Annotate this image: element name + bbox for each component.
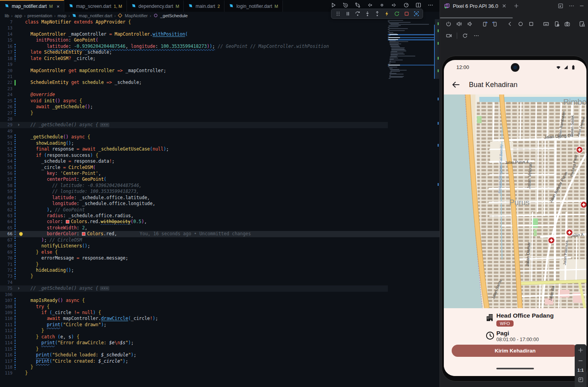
volume-up-icon[interactable] — [456, 20, 462, 27]
camera-icon[interactable] — [564, 20, 570, 27]
color-chip[interactable] — [66, 220, 69, 223]
minimap[interactable] — [388, 20, 434, 79]
step-out-icon[interactable] — [374, 11, 380, 17]
code-line-111[interactable]: 111 print("Circle drawn"); — [0, 322, 440, 328]
code-line-28[interactable]: 28 — [0, 116, 440, 122]
code-line-116[interactable]: 116 print("Schedule loaded: $_schedule")… — [0, 352, 440, 358]
code-line-69[interactable]: 69 } else { — [0, 249, 440, 255]
code-line-22[interactable]: 22 ScheduleEntity get schedule => _sched… — [0, 80, 440, 85]
fold-chevron-icon[interactable]: › — [17, 122, 20, 128]
zoom-reset-button[interactable]: 1:1 — [577, 368, 584, 372]
stop-icon[interactable] — [403, 11, 410, 17]
code-line-57[interactable]: 57 centerPoint: GeoPoint( — [0, 176, 440, 182]
code-line-27[interactable]: 27 } — [0, 110, 440, 116]
code-line-66[interactable]: 66 borderColor: Colors.red,You, 16 secon… — [0, 231, 440, 237]
power-icon[interactable] — [445, 20, 452, 27]
tab-login_notifier.dart[interactable]: login_notifier.dartM — [224, 0, 283, 12]
code-area[interactable]: 7class MapNotifier extends AppProvider {… — [0, 19, 440, 387]
code-line-19[interactable]: 19 — [0, 62, 440, 67]
code-line-60[interactable]: 60 latitude: _schedule.office.latitude, — [0, 195, 440, 201]
code-line-64[interactable]: 64 color: Colors.red.withOpacity(0.5), — [0, 219, 440, 225]
fit-screen-icon[interactable] — [577, 376, 584, 383]
breadcrumb-item-MapNotifier[interactable]: MapNotifier — [125, 13, 148, 18]
code-line-54[interactable]: 54 _schedule = response.data!; — [0, 158, 440, 164]
code-line-52[interactable]: 52 final response = await _scheduleGetUs… — [0, 146, 440, 152]
code-line-23[interactable]: 23 — [0, 86, 440, 92]
snapshot-reset-icon[interactable] — [461, 32, 469, 39]
back-icon[interactable] — [507, 20, 513, 27]
code-line-21[interactable]: 21 — [0, 74, 440, 80]
keyboard-icon[interactable] — [543, 20, 549, 27]
openstreetmap[interactable]: RimboJalan SalakJalan RambutanJalan Deli… — [444, 94, 586, 308]
inspect-icon[interactable] — [413, 11, 420, 17]
code-line-25[interactable]: 25 void init() async { — [0, 98, 440, 104]
run-profile-icon[interactable] — [403, 2, 410, 9]
split-editor-icon[interactable] — [415, 2, 422, 9]
code-line-110[interactable]: 110 await mapController.drawCircle(_circ… — [0, 316, 440, 322]
navigation-handle[interactable] — [496, 368, 534, 369]
back-arrow-icon[interactable] — [451, 80, 461, 90]
device-settings-icon[interactable] — [554, 20, 560, 27]
code-line-61[interactable]: 61 longitude: _schedule.office.longitude… — [0, 201, 440, 207]
step-into-icon[interactable] — [364, 11, 371, 17]
code-line-62[interactable]: 62 ), // GeoPoint — [0, 207, 440, 213]
restart-icon[interactable] — [393, 11, 400, 17]
code-line-71[interactable]: 71 } — [0, 262, 440, 267]
more-actions-icon[interactable] — [427, 2, 434, 9]
code-line-26[interactable]: 26 await _getSchedule(); — [0, 104, 440, 110]
code-line-18[interactable]: 18 late CircleOSM? _circle; — [0, 56, 440, 62]
code-line-115[interactable]: 115 } — [0, 346, 440, 352]
popout-icon[interactable] — [557, 3, 564, 9]
tab-main.dart[interactable]: main.dart2 — [184, 0, 224, 12]
zoom-in-icon[interactable] — [577, 347, 584, 354]
breadcrumb-item-map[interactable]: map — [58, 13, 66, 18]
pause-icon[interactable] — [344, 11, 351, 17]
code-line-68[interactable]: 68 notifyListeners(); — [0, 243, 440, 249]
code-line-119[interactable]: 119} — [0, 370, 440, 376]
breadcrumb-item-_getSchedule[interactable]: _getSchedule — [160, 13, 188, 18]
code-line-50[interactable]: 50 _getSchedule() async { — [0, 134, 440, 140]
rotate-left-icon[interactable] — [481, 20, 488, 27]
timeline-icon[interactable] — [342, 2, 349, 9]
code-line-108[interactable]: 108 try { — [0, 304, 440, 310]
step-over-icon[interactable] — [354, 11, 361, 17]
overview-ruler[interactable] — [434, 19, 440, 387]
code-line-58[interactable]: 58 // latitude: -0.9396204204487546, — [0, 183, 440, 189]
fold-chevron-icon[interactable]: › — [17, 285, 20, 291]
minimize-icon[interactable] — [579, 3, 585, 9]
code-line-49[interactable]: 49 — [0, 128, 440, 134]
add-tab-icon[interactable] — [513, 3, 519, 9]
zoom-out-icon[interactable] — [577, 357, 584, 364]
code-line-15[interactable]: 15 initPosition: GeoPoint( — [0, 37, 440, 43]
code-line-24[interactable]: 24 @override — [0, 92, 440, 98]
code-line-17[interactable]: 17 late ScheduleEntity _schedule; — [0, 49, 440, 55]
code-line-109[interactable]: 109 if (_circle != null) { — [0, 310, 440, 316]
code-line-107[interactable]: 107 mapIsReady() async { — [0, 298, 440, 303]
tab-map_screen.dart[interactable]: map_screen.dart1, M — [64, 0, 127, 12]
color-chip[interactable] — [82, 232, 85, 236]
git-compare-icon[interactable] — [354, 2, 361, 9]
code-line-112[interactable]: 112 } — [0, 328, 440, 334]
breadcrumb-item-map_notifier.dart[interactable]: map_notifier.dart — [79, 13, 112, 18]
code-line-13[interactable]: 13 — [0, 25, 440, 31]
code-line-74[interactable]: 74 — [0, 280, 440, 285]
close-tab-icon[interactable] — [501, 3, 507, 9]
code-line-20[interactable]: 20 MapController get mapController => _m… — [0, 68, 440, 74]
code-lines[interactable]: 7class MapNotifier extends AppProvider {… — [0, 19, 440, 376]
volume-down-icon[interactable] — [467, 20, 473, 27]
overview-icon[interactable] — [528, 20, 534, 27]
code-line-117[interactable]: 117 print("Circle created: $_circle"); — [0, 358, 440, 364]
tab-dependency.dart[interactable]: dependency.dartM — [127, 0, 184, 12]
breadcrumb-item-app[interactable]: app — [14, 13, 22, 18]
home-icon[interactable] — [517, 20, 524, 27]
run-icon[interactable] — [330, 2, 337, 9]
map-view[interactable]: RimboJalan SalakJalan RambutanJalan Deli… — [444, 94, 586, 308]
code-line-14[interactable]: 14 MapController _mapController = MapCon… — [0, 31, 440, 37]
code-line-16[interactable]: 16 latitude: -0.9396204204487546, longit… — [0, 44, 440, 49]
code-line-70[interactable]: 70 errorMessage = response.message; — [0, 255, 440, 261]
rotate-right-icon[interactable] — [492, 20, 498, 27]
code-line-67[interactable]: 67 ); // CircleOSM — [0, 237, 440, 243]
record-video-icon[interactable] — [445, 32, 452, 39]
nav-back-icon[interactable] — [366, 2, 373, 9]
breadcrumb-item-lib[interactable]: lib — [5, 13, 9, 18]
